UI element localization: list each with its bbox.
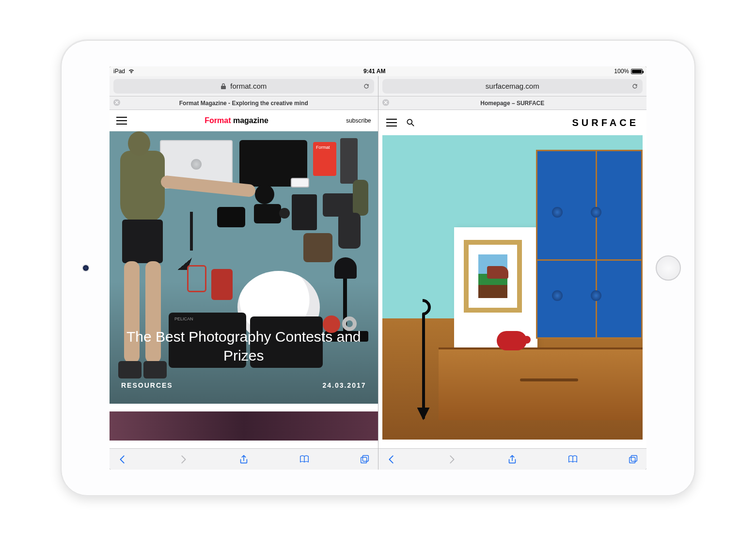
hero-prop-snack (211, 269, 233, 300)
screen: iPad 9:41 AM 100% (110, 66, 646, 470)
reload-button[interactable] (631, 82, 639, 90)
logo-brand: Format (205, 116, 231, 125)
close-icon (113, 99, 120, 106)
url-bar-row: surfacemag.com (378, 76, 647, 96)
hero-picture-frame (464, 240, 522, 313)
forward-button[interactable] (445, 453, 458, 466)
svg-point-4 (407, 119, 412, 124)
pane-left: format.com Format Magazine - Exploring t… (110, 76, 378, 470)
logo-word: magazine (233, 116, 268, 125)
tabs-button[interactable] (627, 453, 640, 466)
menu-button[interactable] (116, 117, 127, 125)
article-category: RESOURCES (121, 381, 173, 389)
hero-article[interactable]: The Best Photography Contests and Prizes… (110, 131, 378, 404)
cabinet-knob (591, 207, 601, 218)
svg-rect-6 (630, 457, 635, 463)
reload-icon (362, 82, 370, 90)
hero-prop-flash (338, 213, 361, 249)
subscribe-link[interactable]: subscribe (346, 117, 371, 124)
hero-prop-figurine (353, 180, 368, 216)
webview-right[interactable]: SURFACE (378, 110, 647, 448)
tabs-icon (628, 454, 639, 465)
battery-indicator: 100% (614, 68, 643, 75)
bottom-toolbar (378, 448, 647, 470)
hero-prop-lens (255, 185, 274, 204)
hero-credenza (439, 347, 643, 420)
format-logo[interactable]: Format magazine (205, 116, 268, 125)
home-button[interactable] (656, 255, 681, 281)
hero-prop-bag (303, 233, 332, 262)
share-button[interactable] (237, 453, 250, 466)
hero-artwork (478, 254, 507, 298)
close-tab-button[interactable] (382, 99, 389, 107)
tabs-button[interactable] (359, 453, 371, 466)
forward-button[interactable] (177, 453, 189, 466)
chevron-left-icon (386, 454, 397, 465)
battery-percent: 100% (614, 68, 629, 75)
hero-prop-book (292, 194, 317, 230)
status-bar: iPad 9:41 AM 100% (110, 66, 646, 76)
hero-prop-phone (291, 178, 309, 188)
battery-icon (631, 69, 643, 74)
hero-prop-camera-1 (254, 204, 281, 223)
cabinet-knob (552, 207, 563, 218)
svg-rect-1 (362, 455, 368, 461)
wifi-icon (128, 69, 135, 74)
chevron-right-icon (178, 454, 189, 465)
tabs-icon (360, 454, 370, 465)
tab-title: Homepage – SURFACE (480, 100, 544, 107)
url-bar-row: format.com (110, 76, 378, 96)
url-text: surfacemag.com (486, 82, 539, 90)
hero-red-object (497, 331, 527, 350)
hero-prop-pencilcase (340, 138, 358, 184)
address-bar[interactable]: surfacemag.com (382, 79, 643, 94)
tab-title-row: Homepage – SURFACE (378, 96, 647, 110)
hero-blue-cabinet (536, 150, 643, 339)
next-article-teaser[interactable] (110, 411, 378, 441)
book-icon (567, 454, 578, 465)
close-icon (382, 99, 389, 106)
book-icon (299, 454, 310, 465)
tab-title: Format Magazine - Exploring the creative… (179, 100, 308, 107)
share-button[interactable] (506, 453, 519, 466)
clock: 9:41 AM (363, 68, 386, 75)
surface-hero[interactable] (382, 135, 643, 440)
back-button[interactable] (385, 453, 398, 466)
hero-prop-camera-2 (217, 207, 245, 227)
umbrella-shaft (422, 313, 425, 419)
reload-icon (631, 82, 639, 90)
format-site-header: Format magazine subscribe (110, 110, 378, 131)
reload-button[interactable] (362, 82, 370, 90)
share-icon (507, 454, 518, 465)
bookmarks-button[interactable] (298, 453, 311, 466)
close-tab-button[interactable] (113, 99, 120, 107)
pane-right: surfacemag.com Homepage – SURFACE (378, 76, 647, 470)
hero-prop-notebook (313, 142, 336, 176)
share-icon (238, 454, 249, 465)
back-button[interactable] (116, 453, 129, 466)
search-icon[interactable] (406, 118, 415, 127)
surface-site-header: SURFACE (378, 110, 647, 135)
tab-title-row: Format Magazine - Exploring the creative… (110, 96, 378, 110)
lock-icon (220, 83, 226, 90)
address-bar[interactable]: format.com (113, 79, 374, 94)
menu-button[interactable] (386, 119, 397, 126)
webview-left[interactable]: Format magazine subscribe (110, 110, 378, 448)
chevron-right-icon (446, 454, 457, 465)
ipad-device-frame: iPad 9:41 AM 100% (61, 40, 695, 496)
hero-prop-tripod (173, 212, 211, 270)
bookmarks-button[interactable] (567, 453, 579, 466)
carrier-label: iPad (113, 68, 125, 75)
article-date: 24.03.2017 (322, 381, 366, 389)
hero-prop-cup (187, 265, 206, 292)
front-camera (83, 265, 89, 271)
hero-text-overlay: The Best Photography Contests and Prizes… (110, 315, 378, 404)
chevron-left-icon (117, 454, 128, 465)
cabinet-knob (552, 290, 563, 301)
url-text: format.com (230, 82, 267, 90)
svg-rect-5 (631, 455, 637, 461)
cabinet-knob (591, 290, 601, 301)
safari-split-view: format.com Format Magazine - Exploring t… (110, 76, 646, 470)
surface-logo[interactable]: SURFACE (572, 117, 639, 128)
article-title: The Best Photography Contests and Prizes (121, 327, 366, 365)
